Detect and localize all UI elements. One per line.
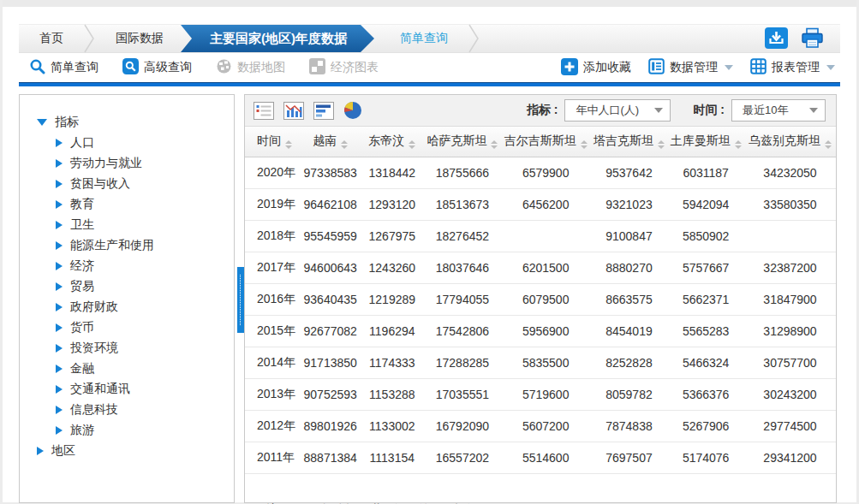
data-table: 时间 越南 东帝汶 哈萨克斯坦 吉尔吉斯斯坦 塔吉克斯坦 土库曼斯坦 乌兹别克斯…	[245, 127, 836, 474]
cell-value: 8880270	[591, 252, 668, 283]
chevron-right-icon	[56, 180, 63, 188]
cell-value: 18276452	[424, 220, 501, 252]
breadcrumb-simple-query[interactable]: 简单查询	[374, 25, 468, 52]
sidebar-item[interactable]: 能源生产和使用	[56, 235, 234, 256]
table-row: 2017年 94600643 1243260 18037646 6201500 …	[245, 252, 836, 283]
sidebar-item[interactable]: 货币	[56, 317, 234, 338]
cell-year: 2019年	[245, 188, 301, 220]
column-header-uzbekistan[interactable]: 乌兹别克斯坦	[744, 127, 836, 157]
sort-icon	[581, 140, 588, 149]
cell-value	[501, 220, 591, 252]
search-icon	[29, 58, 45, 77]
cell-value: 29774500	[744, 410, 836, 442]
cell-value: 7697507	[591, 442, 668, 473]
sidebar-item-label: 交通和通讯	[70, 382, 130, 397]
cell-value: 5607200	[501, 410, 591, 442]
time-select-value: 最近10年	[743, 103, 801, 118]
economic-chart-icon	[309, 58, 325, 77]
list-view-icon[interactable]	[254, 102, 274, 120]
chevron-right-icon	[56, 221, 63, 229]
toolbar-economic-chart[interactable]: 经济图表	[309, 58, 379, 77]
toolbar-simple-query[interactable]: 简单查询	[29, 58, 98, 77]
cell-value: 6456200	[501, 188, 591, 220]
indicator-select-value: 年中人口(人)	[576, 103, 646, 118]
sidebar-item[interactable]: 卫生	[56, 215, 234, 235]
cell-value: 9100847	[591, 220, 668, 252]
report-manage-icon	[750, 58, 767, 77]
toolbar: 简单查询 高级查询 数据地图 经济图表	[19, 53, 840, 82]
column-header-time[interactable]: 时间	[245, 127, 301, 157]
indicator-select[interactable]: 年中人口(人)	[564, 99, 671, 122]
time-select[interactable]: 最近10年	[731, 99, 826, 122]
cell-year: 2014年	[245, 347, 301, 378]
cell-value: 1219289	[361, 283, 425, 315]
download-icon[interactable]	[765, 27, 788, 49]
bar-line-chart-view-icon[interactable]	[283, 102, 304, 120]
sidebar-item[interactable]: 交通和通讯	[56, 379, 234, 400]
chevron-right-icon	[56, 159, 63, 168]
sidebar-item[interactable]: 劳动力与就业	[56, 153, 234, 174]
toolbar-data-map[interactable]: 数据地图	[216, 58, 285, 77]
cell-value: 1243260	[361, 252, 425, 283]
main-content: 指标 : 年中人口(人) 时间 : 最近10年 时间 越	[244, 94, 837, 503]
sidebar-item[interactable]: 人口	[56, 133, 234, 153]
chevron-right-icon	[56, 139, 63, 147]
print-icon[interactable]	[800, 27, 825, 49]
toolbar-add-favorite[interactable]: 添加收藏	[561, 58, 631, 78]
cell-value: 18755666	[424, 157, 501, 188]
advanced-search-icon	[122, 58, 139, 77]
chevron-right-icon	[56, 323, 63, 332]
cell-value: 5719600	[501, 378, 591, 410]
table-row: 2016年 93640435 1219289 17794055 6079500 …	[245, 283, 836, 315]
sidebar-item-region-root[interactable]: 地区	[37, 441, 234, 461]
cell-year: 2016年	[245, 283, 301, 315]
column-header-kyrgyzstan[interactable]: 吉尔吉斯斯坦	[501, 127, 591, 157]
chevron-right-icon	[56, 406, 63, 414]
table-row: 2011年 88871384 1113154 16557202 5514600 …	[245, 442, 836, 473]
sidebar: 指标 人口 劳动力与就业 贫困与收入 教育 卫生 能源生产和使用	[19, 94, 235, 503]
column-header-tajikistan[interactable]: 塔吉克斯坦	[591, 127, 668, 157]
sidebar-item[interactable]: 旅游	[56, 420, 234, 441]
column-header-vietnam[interactable]: 越南	[301, 127, 361, 157]
breadcrumb-international-data[interactable]: 国际数据	[95, 25, 184, 52]
cell-value	[744, 220, 836, 252]
sidebar-item-indicators-root[interactable]: 指标	[37, 112, 234, 133]
cell-year: 2018年	[245, 220, 301, 252]
cell-value: 1153288	[361, 378, 425, 410]
sidebar-item-label: 劳动力与就业	[70, 156, 142, 171]
window-edge-left	[0, 0, 3, 504]
chevron-right-icon	[56, 344, 63, 353]
pie-chart-view-icon[interactable]	[343, 101, 362, 120]
sidebar-item[interactable]: 金融	[56, 359, 234, 379]
sidebar-item[interactable]: 贫困与收入	[56, 174, 234, 194]
sidebar-item[interactable]: 经济	[56, 256, 234, 276]
breadcrumb-home[interactable]: 首页	[19, 25, 84, 52]
cell-value: 1293120	[361, 188, 425, 220]
chevron-right-icon	[56, 282, 63, 291]
cell-value: 5466324	[667, 347, 744, 378]
toolbar-data-manage[interactable]: 数据管理	[648, 58, 733, 77]
toolbar-report-manage-label: 报表管理	[772, 60, 820, 75]
breadcrumb-annual-data-active[interactable]: 主要国家(地区)年度数据	[181, 25, 374, 52]
cell-value: 5565283	[667, 315, 744, 347]
sidebar-item[interactable]: 贸易	[56, 276, 234, 297]
sidebar-item[interactable]: 投资环境	[56, 338, 234, 359]
sidebar-item[interactable]: 政府财政	[56, 297, 234, 317]
hbar-chart-view-icon[interactable]	[313, 102, 334, 120]
column-header-kazakhstan[interactable]: 哈萨克斯坦	[424, 127, 501, 157]
controls-bar: 指标 : 年中人口(人) 时间 : 最近10年	[245, 95, 836, 127]
cell-value: 6579900	[501, 157, 591, 188]
sidebar-collapse-handle[interactable]	[237, 267, 244, 333]
toolbar-advanced-query[interactable]: 高级查询	[122, 58, 192, 77]
toolbar-report-manage[interactable]: 报表管理	[750, 58, 835, 77]
cell-year: 2015年	[245, 315, 301, 347]
column-header-timor-leste[interactable]: 东帝汶	[361, 127, 425, 157]
sidebar-item-label: 贫困与收入	[70, 176, 130, 192]
sidebar-item[interactable]: 教育	[56, 194, 234, 215]
data-map-icon	[216, 58, 232, 77]
cell-value: 18037646	[424, 252, 501, 283]
sidebar-item[interactable]: 信息科技	[56, 400, 234, 420]
column-header-turkmenistan[interactable]: 土库曼斯坦	[667, 127, 744, 157]
cell-value: 6031187	[667, 157, 744, 188]
table-header-row: 时间 越南 东帝汶 哈萨克斯坦 吉尔吉斯斯坦 塔吉克斯坦 土库曼斯坦 乌兹别克斯…	[245, 127, 836, 157]
